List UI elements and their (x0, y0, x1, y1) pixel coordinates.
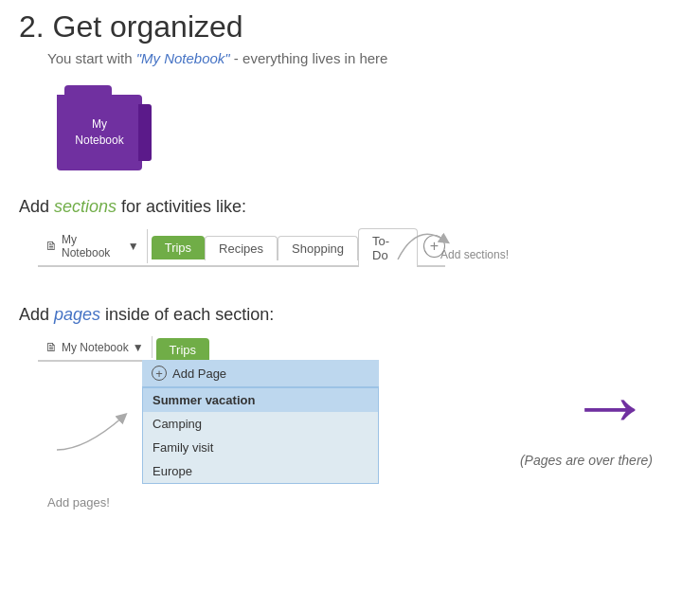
add-pages-hint: Add pages! (47, 493, 520, 510)
page-title: 2. Get organized (19, 9, 681, 45)
tab-shopping[interactable]: Shopping (278, 236, 358, 260)
subtitle: You start with "My Notebook" - everythin… (47, 50, 681, 66)
subtitle-pre: You start with (47, 50, 136, 66)
pages-notebook-label-text: My Notebook (62, 341, 129, 354)
pages-post: inside of each section: (100, 305, 274, 324)
pages-pre: Add (19, 305, 54, 324)
sections-label: Add sections for activities like: (19, 197, 681, 217)
folder-body-text: My Notebook (75, 116, 123, 149)
pages-notebook-label: 🗎 My Notebook ▼ (38, 336, 153, 358)
sections-arrow-hint: Add sections! (388, 212, 483, 268)
subtitle-highlight: "My Notebook" (136, 50, 230, 66)
pages-label: Add pages inside of each section: (19, 305, 681, 325)
pages-tab-trips[interactable]: Trips (156, 338, 209, 362)
pages-section: Add pages inside of each section: 🗎 My N… (19, 305, 681, 510)
pages-list: Summer vacation Camping Family visit Eur… (142, 387, 379, 484)
list-item[interactable]: Summer vacation (143, 388, 378, 412)
sections-highlight: sections (54, 197, 117, 216)
notebook-illustration: My Notebook (57, 85, 142, 170)
add-pages-arrow (47, 398, 152, 458)
sections-post: for activities like: (117, 197, 246, 216)
list-item[interactable]: Family visit (143, 436, 378, 459)
add-page-icon: + (152, 366, 167, 381)
subtitle-post: - everything lives in here (230, 50, 388, 66)
sections-pre: Add (19, 197, 54, 216)
list-item[interactable]: Camping (143, 412, 378, 436)
add-sections-hint: Add sections! (440, 248, 509, 261)
right-side: → (Pages are over there) (520, 334, 681, 468)
pages-over-there-text: (Pages are over there) (520, 453, 653, 468)
tab-recipes[interactable]: Recipes (205, 236, 278, 260)
folder-spine (138, 104, 152, 161)
tabs-bar: 🗎 My Notebook ▼ Trips Recipes Shopping T… (38, 226, 445, 267)
add-page-label: Add Page (172, 367, 226, 381)
pages-highlight: pages (54, 305, 100, 324)
list-item[interactable]: Europe (143, 459, 378, 483)
tab-trips[interactable]: Trips (152, 236, 205, 259)
big-purple-arrow: → (567, 363, 653, 448)
notebook-label-text: My Notebook (62, 233, 124, 259)
pages-tabs-bar: 🗎 My Notebook ▼ Trips (38, 334, 360, 362)
folder-body: My Notebook (57, 95, 142, 170)
notebook-folder: My Notebook (57, 85, 142, 170)
notebook-tab-label: 🗎 My Notebook ▼ (38, 229, 148, 263)
add-page-row[interactable]: + Add Page (142, 360, 379, 387)
pages-dropdown: + Add Page Summer vacation Camping Famil… (142, 360, 379, 484)
